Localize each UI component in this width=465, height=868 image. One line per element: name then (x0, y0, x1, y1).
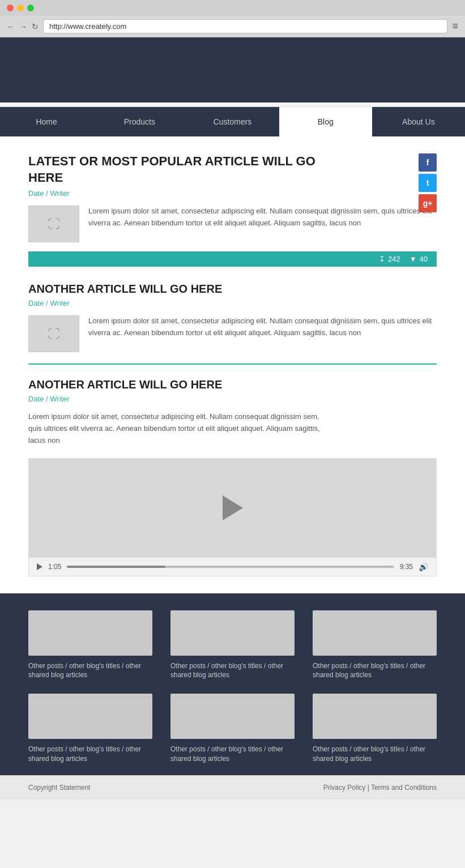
footer-thumb-4 (170, 694, 295, 739)
footer-item-0: Other posts / other blog's titles / othe… (28, 610, 152, 681)
hero-banner (0, 37, 465, 102)
article-2-thumbnail: ⛶ (28, 315, 79, 352)
article-1-row: ⛶ Lorem ipsum dolor sit amet, consectetu… (28, 206, 437, 242)
maximize-dot[interactable] (27, 5, 34, 11)
video-time-current: 1:05 (48, 563, 61, 571)
article-1-excerpt: Lorem ipsum dolor sit amet, consectetur … (88, 206, 437, 242)
image-placeholder-icon: ⛶ (48, 217, 60, 232)
article-1-title: LATEST OR MOST POPULAR ARTICLE WILL GO H… (28, 153, 334, 186)
footer-section: Other posts / other blog's titles / othe… (0, 593, 465, 775)
footer-grid: Other posts / other blog's titles / othe… (28, 610, 437, 764)
video-player: 1:05 9:35 🔊 (28, 458, 437, 576)
nav-item-products[interactable]: Products (93, 107, 186, 136)
footer-thumb-0 (28, 610, 152, 656)
facebook-button[interactable]: f (419, 153, 437, 172)
article-1-thumbnail: ⛶ (28, 206, 79, 242)
article-2-excerpt: Lorem ipsum dolor sit amet, consectetur … (88, 315, 437, 352)
footer-text-3: Other posts / other blog's titles / othe… (28, 745, 152, 764)
video-controls: 1:05 9:35 🔊 (29, 558, 436, 576)
footer-thumb-1 (170, 610, 295, 656)
main-content: f t g+ LATEST OR MOST POPULAR ARTICLE WI… (0, 136, 465, 593)
nav-bar: Home Products Customers Blog About Us (0, 107, 465, 136)
browser-menu-button[interactable]: ≡ (452, 20, 458, 32)
article-2-row: ⛶ Lorem ipsum dolor sit amet, consectetu… (28, 315, 437, 352)
video-screen (29, 459, 436, 558)
video-play-large-button[interactable] (223, 495, 243, 520)
article-divider (28, 364, 437, 365)
address-input[interactable] (43, 19, 447, 33)
video-time-total: 9:35 (400, 563, 413, 571)
footer-thumb-2 (313, 610, 437, 656)
nav-item-blog[interactable]: Blog (279, 107, 372, 136)
footer-item-4: Other posts / other blog's titles / othe… (170, 694, 295, 764)
footer-item-3: Other posts / other blog's titles / othe… (28, 694, 152, 764)
video-progress-fill (67, 566, 165, 568)
reload-button[interactable]: ↻ (32, 22, 39, 31)
article-2-title: ANOTHER ARTICLE WILL GO HERE (28, 283, 437, 296)
social-icons: f t g+ (419, 153, 437, 212)
likes-stat: ▼ 40 (409, 255, 428, 263)
article-3-excerpt: Lorem ipsum dolor sit amet, consectetur … (28, 411, 323, 446)
back-button[interactable]: ← (7, 22, 15, 31)
forward-button[interactable]: → (19, 22, 27, 31)
article-3-title: ANOTHER ARTICLE WILL GO HERE (28, 378, 437, 391)
browser-titlebar (0, 0, 465, 16)
googleplus-button[interactable]: g+ (419, 194, 437, 212)
nav-item-home[interactable]: Home (0, 107, 93, 136)
download-icon: ↧ (379, 255, 385, 263)
footer-text-5: Other posts / other blog's titles / othe… (313, 745, 437, 764)
article-2: ANOTHER ARTICLE WILL GO HERE Date / Writ… (28, 283, 437, 352)
article-3-meta: Date / Writer (28, 395, 437, 403)
page-wrapper: Home Products Customers Blog About Us f … (0, 37, 465, 799)
bottom-footer: Copyright Statement Privacy Policy | Ter… (0, 775, 465, 799)
likes-count: 40 (420, 255, 428, 263)
image-placeholder-icon-2: ⛶ (48, 327, 60, 341)
nav-item-about[interactable]: About Us (372, 107, 465, 136)
stats-bar: ↧ 242 ▼ 40 (28, 251, 437, 267)
minimize-dot[interactable] (17, 5, 24, 11)
download-stat: ↧ 242 (379, 255, 400, 263)
header-strip (0, 102, 465, 107)
footer-text-0: Other posts / other blog's titles / othe… (28, 661, 152, 681)
article-1: LATEST OR MOST POPULAR ARTICLE WILL GO H… (28, 153, 437, 242)
article-3: ANOTHER ARTICLE WILL GO HERE Date / Writ… (28, 378, 437, 576)
footer-text-1: Other posts / other blog's titles / othe… (170, 661, 295, 681)
heart-icon: ▼ (409, 255, 417, 263)
article-2-meta: Date / Writer (28, 299, 437, 307)
footer-text-4: Other posts / other blog's titles / othe… (170, 745, 295, 764)
download-count: 242 (388, 255, 400, 263)
browser-chrome: ← → ↻ ≡ (0, 0, 465, 37)
twitter-button[interactable]: t (419, 174, 437, 192)
footer-item-1: Other posts / other blog's titles / othe… (170, 610, 295, 681)
footer-links: Privacy Policy | Terms and Conditions (323, 784, 437, 792)
footer-thumb-5 (313, 694, 437, 739)
volume-icon[interactable]: 🔊 (419, 562, 428, 571)
close-dot[interactable] (7, 5, 14, 11)
footer-text-2: Other posts / other blog's titles / othe… (313, 661, 437, 681)
video-progress-bar[interactable] (67, 566, 394, 568)
article-1-meta: Date / Writer (28, 189, 437, 198)
footer-item-2: Other posts / other blog's titles / othe… (313, 610, 437, 681)
footer-item-5: Other posts / other blog's titles / othe… (313, 694, 437, 764)
footer-thumb-3 (28, 694, 152, 739)
video-play-small-button[interactable] (37, 563, 42, 570)
browser-address-bar: ← → ↻ ≡ (0, 16, 465, 37)
copyright-text: Copyright Statement (28, 784, 90, 792)
nav-item-customers[interactable]: Customers (186, 107, 279, 136)
